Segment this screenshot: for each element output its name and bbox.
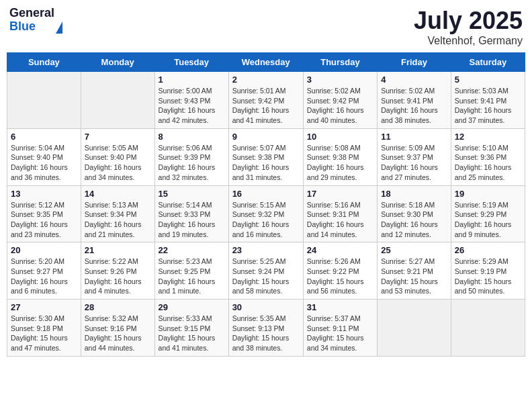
- day-number: 15: [159, 189, 225, 199]
- calendar-cell: 9Sunrise: 5:07 AM Sunset: 9:38 PM Daylig…: [228, 128, 303, 185]
- day-number: 20: [11, 245, 77, 255]
- day-number: 13: [11, 189, 77, 199]
- day-info: Sunrise: 5:26 AM Sunset: 9:22 PM Dayligh…: [307, 257, 373, 296]
- calendar-cell: [7, 72, 81, 129]
- logo: General Blue: [9, 7, 62, 34]
- weekday-header-friday: Friday: [378, 53, 451, 72]
- calendar-cell: 18Sunrise: 5:18 AM Sunset: 9:30 PM Dayli…: [378, 185, 451, 242]
- day-info: Sunrise: 5:20 AM Sunset: 9:27 PM Dayligh…: [11, 257, 77, 296]
- day-number: 28: [85, 302, 151, 312]
- day-info: Sunrise: 5:37 AM Sunset: 9:11 PM Dayligh…: [307, 314, 373, 353]
- location-title: Veltenhof, Germany: [414, 35, 523, 47]
- day-number: 19: [455, 189, 521, 199]
- day-info: Sunrise: 5:08 AM Sunset: 9:38 PM Dayligh…: [307, 143, 373, 183]
- day-number: 14: [85, 189, 151, 199]
- day-info: Sunrise: 5:05 AM Sunset: 9:40 PM Dayligh…: [85, 143, 151, 183]
- day-info: Sunrise: 5:15 AM Sunset: 9:32 PM Dayligh…: [232, 200, 300, 240]
- day-number: 21: [85, 245, 151, 255]
- day-number: 4: [381, 75, 447, 85]
- day-number: 16: [232, 189, 300, 199]
- day-number: 6: [11, 132, 77, 142]
- calendar-cell: 8Sunrise: 5:06 AM Sunset: 9:39 PM Daylig…: [154, 128, 228, 185]
- day-info: Sunrise: 5:22 AM Sunset: 9:26 PM Dayligh…: [85, 257, 151, 296]
- weekday-header-wednesday: Wednesday: [228, 53, 303, 72]
- day-info: Sunrise: 5:14 AM Sunset: 9:33 PM Dayligh…: [159, 200, 225, 240]
- calendar-cell: [378, 300, 451, 357]
- calendar-table: SundayMondayTuesdayWednesdayThursdayFrid…: [7, 52, 525, 357]
- calendar-cell: 25Sunrise: 5:27 AM Sunset: 9:21 PM Dayli…: [378, 242, 451, 300]
- week-row-4: 20Sunrise: 5:20 AM Sunset: 9:27 PM Dayli…: [7, 242, 525, 300]
- day-info: Sunrise: 5:30 AM Sunset: 9:18 PM Dayligh…: [11, 314, 77, 353]
- day-number: 9: [232, 132, 300, 142]
- day-number: 12: [455, 132, 521, 142]
- day-info: Sunrise: 5:03 AM Sunset: 9:41 PM Dayligh…: [455, 86, 521, 126]
- calendar-cell: 20Sunrise: 5:20 AM Sunset: 9:27 PM Dayli…: [7, 242, 81, 300]
- weekday-header-saturday: Saturday: [451, 53, 525, 72]
- calendar-cell: 27Sunrise: 5:30 AM Sunset: 9:18 PM Dayli…: [7, 300, 81, 357]
- weekday-header-row: SundayMondayTuesdayWednesdayThursdayFrid…: [7, 53, 525, 72]
- week-row-3: 13Sunrise: 5:12 AM Sunset: 9:35 PM Dayli…: [7, 185, 525, 242]
- calendar-cell: 11Sunrise: 5:09 AM Sunset: 9:37 PM Dayli…: [378, 128, 451, 185]
- day-info: Sunrise: 5:25 AM Sunset: 9:24 PM Dayligh…: [232, 257, 300, 296]
- day-info: Sunrise: 5:23 AM Sunset: 9:25 PM Dayligh…: [159, 257, 225, 296]
- day-info: Sunrise: 5:13 AM Sunset: 9:34 PM Dayligh…: [85, 200, 151, 240]
- day-number: 11: [381, 132, 447, 142]
- day-info: Sunrise: 5:10 AM Sunset: 9:36 PM Dayligh…: [455, 143, 521, 183]
- day-number: 23: [232, 245, 300, 255]
- day-info: Sunrise: 5:18 AM Sunset: 9:30 PM Dayligh…: [381, 200, 447, 240]
- day-number: 10: [307, 132, 373, 142]
- day-info: Sunrise: 5:35 AM Sunset: 9:13 PM Dayligh…: [232, 314, 300, 353]
- day-info: Sunrise: 5:19 AM Sunset: 9:29 PM Dayligh…: [455, 200, 521, 240]
- day-number: 3: [307, 75, 373, 85]
- weekday-header-monday: Monday: [81, 53, 154, 72]
- day-info: Sunrise: 5:16 AM Sunset: 9:31 PM Dayligh…: [307, 200, 373, 240]
- calendar-cell: 26Sunrise: 5:29 AM Sunset: 9:19 PM Dayli…: [451, 242, 525, 300]
- day-info: Sunrise: 5:12 AM Sunset: 9:35 PM Dayligh…: [11, 200, 77, 240]
- calendar-cell: 5Sunrise: 5:03 AM Sunset: 9:41 PM Daylig…: [451, 72, 525, 129]
- day-info: Sunrise: 5:32 AM Sunset: 9:16 PM Dayligh…: [85, 314, 151, 353]
- calendar-cell: 24Sunrise: 5:26 AM Sunset: 9:22 PM Dayli…: [303, 242, 377, 300]
- day-number: 18: [381, 189, 447, 199]
- calendar-cell: 7Sunrise: 5:05 AM Sunset: 9:40 PM Daylig…: [81, 128, 154, 185]
- day-info: Sunrise: 5:29 AM Sunset: 9:19 PM Dayligh…: [455, 257, 521, 296]
- day-number: 25: [381, 245, 447, 255]
- week-row-5: 27Sunrise: 5:30 AM Sunset: 9:18 PM Dayli…: [7, 300, 525, 357]
- calendar-cell: 12Sunrise: 5:10 AM Sunset: 9:36 PM Dayli…: [451, 128, 525, 185]
- day-number: 5: [455, 75, 521, 85]
- day-number: 22: [159, 245, 225, 255]
- logo-triangle-icon: [56, 21, 62, 34]
- calendar-cell: 3Sunrise: 5:02 AM Sunset: 9:42 PM Daylig…: [303, 72, 377, 129]
- day-info: Sunrise: 5:07 AM Sunset: 9:38 PM Dayligh…: [232, 143, 300, 183]
- day-info: Sunrise: 5:09 AM Sunset: 9:37 PM Dayligh…: [381, 143, 447, 183]
- title-block: July 2025 Veltenhof, Germany: [414, 7, 523, 47]
- calendar-cell: 6Sunrise: 5:04 AM Sunset: 9:40 PM Daylig…: [7, 128, 81, 185]
- calendar-cell: 4Sunrise: 5:02 AM Sunset: 9:41 PM Daylig…: [378, 72, 451, 129]
- calendar-cell: 1Sunrise: 5:00 AM Sunset: 9:43 PM Daylig…: [154, 72, 228, 129]
- calendar-cell: 16Sunrise: 5:15 AM Sunset: 9:32 PM Dayli…: [228, 185, 303, 242]
- weekday-header-sunday: Sunday: [7, 53, 81, 72]
- calendar-cell: 13Sunrise: 5:12 AM Sunset: 9:35 PM Dayli…: [7, 185, 81, 242]
- day-number: 17: [307, 189, 373, 199]
- calendar-cell: 23Sunrise: 5:25 AM Sunset: 9:24 PM Dayli…: [228, 242, 303, 300]
- page-header: General Blue July 2025 Veltenhof, German…: [7, 7, 525, 47]
- day-number: 31: [307, 302, 373, 312]
- calendar-cell: 14Sunrise: 5:13 AM Sunset: 9:34 PM Dayli…: [81, 185, 154, 242]
- calendar-cell: 29Sunrise: 5:33 AM Sunset: 9:15 PM Dayli…: [154, 300, 228, 357]
- week-row-1: 1Sunrise: 5:00 AM Sunset: 9:43 PM Daylig…: [7, 72, 525, 129]
- logo-general: General: [9, 7, 54, 20]
- day-number: 24: [307, 245, 373, 255]
- calendar-cell: [451, 300, 525, 357]
- day-info: Sunrise: 5:02 AM Sunset: 9:42 PM Dayligh…: [307, 86, 373, 126]
- day-info: Sunrise: 5:02 AM Sunset: 9:41 PM Dayligh…: [381, 86, 447, 126]
- logo-blue: Blue: [9, 20, 54, 34]
- day-number: 29: [159, 302, 225, 312]
- calendar-cell: 15Sunrise: 5:14 AM Sunset: 9:33 PM Dayli…: [154, 185, 228, 242]
- day-info: Sunrise: 5:33 AM Sunset: 9:15 PM Dayligh…: [159, 314, 225, 353]
- calendar-cell: 10Sunrise: 5:08 AM Sunset: 9:38 PM Dayli…: [303, 128, 377, 185]
- day-number: 2: [232, 75, 300, 85]
- calendar-cell: 31Sunrise: 5:37 AM Sunset: 9:11 PM Dayli…: [303, 300, 377, 357]
- month-title: July 2025: [414, 7, 523, 35]
- calendar-cell: 19Sunrise: 5:19 AM Sunset: 9:29 PM Dayli…: [451, 185, 525, 242]
- day-number: 26: [455, 245, 521, 255]
- calendar-cell: 17Sunrise: 5:16 AM Sunset: 9:31 PM Dayli…: [303, 185, 377, 242]
